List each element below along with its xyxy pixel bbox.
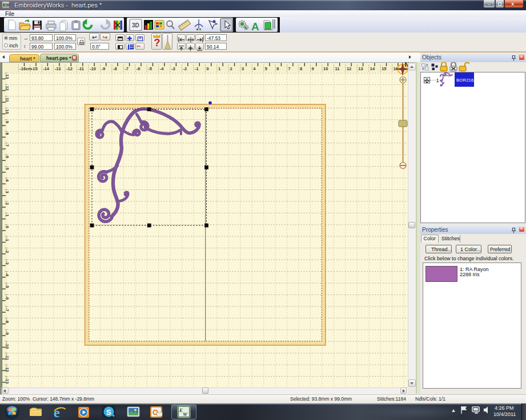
svg-text:S: S — [106, 408, 111, 417]
svg-text:E: E — [179, 407, 183, 413]
svg-text:W: W — [183, 411, 188, 417]
svg-text:e: e — [54, 405, 60, 419]
